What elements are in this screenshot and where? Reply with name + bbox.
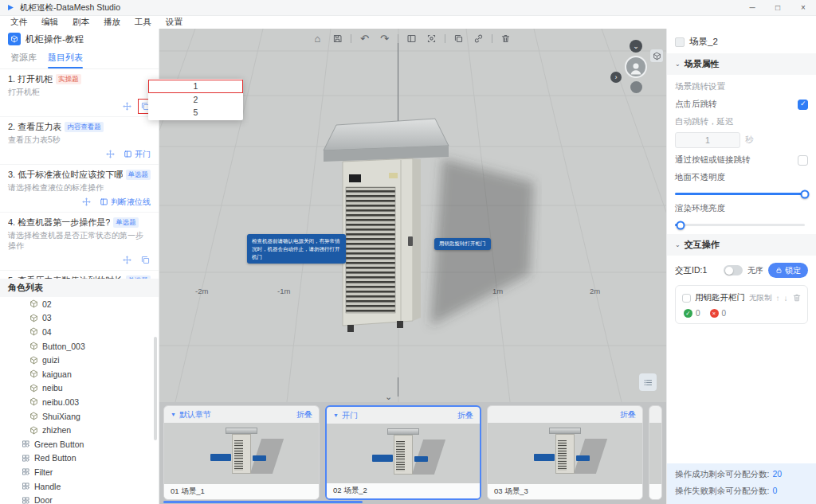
role-item[interactable]: Handle [0, 479, 159, 494]
success-count: ✓ 0 [684, 309, 700, 318]
avatar-secondary[interactable] [630, 81, 642, 93]
menu-play[interactable]: 播放 [96, 17, 128, 28]
save-icon[interactable] [331, 32, 344, 45]
object-cube-icon [29, 299, 38, 308]
scene-thumbnail[interactable] [488, 423, 642, 484]
question-item[interactable]: 1. 打开机柜 实操题 打开机柜 [0, 69, 159, 117]
popup-option[interactable]: 5 [148, 106, 243, 119]
role-item[interactable]: Filter [0, 465, 159, 479]
tab-question-list[interactable]: 题目列表 [42, 48, 88, 68]
auto-jump-label: 自动跳转，延迟 [675, 116, 734, 127]
chapter-name[interactable]: 默认章节 [179, 409, 211, 420]
delay-options-popup: 1 2 5 [148, 79, 243, 120]
cabinet-3d-model[interactable] [319, 104, 542, 343]
trash-icon[interactable] [792, 293, 802, 303]
role-item[interactable]: neibu [0, 381, 159, 396]
scene-card[interactable]: 折叠 03 场景_3 [487, 405, 643, 500]
interaction-card[interactable]: 用钥匙开柜门 无限制 ↑ ↓ ✓ 0 × 0 [675, 285, 808, 324]
role-item[interactable]: neibu.003 [0, 395, 159, 409]
maximize-icon[interactable]: □ [765, 0, 790, 15]
click-jump-checkbox[interactable] [798, 100, 808, 110]
trash-icon[interactable] [499, 32, 512, 45]
move-icon[interactable] [81, 197, 92, 207]
triangle-down-icon[interactable]: ▼ [333, 412, 339, 418]
interaction-checkbox[interactable] [682, 294, 691, 303]
role-item[interactable]: kaiguan [0, 367, 159, 381]
scene-thumbnail[interactable] [327, 424, 480, 483]
capture-icon[interactable] [425, 32, 438, 45]
order-toggle[interactable] [724, 265, 743, 275]
collapse-button[interactable]: 折叠 [457, 410, 473, 421]
home-icon[interactable]: ⌂ [311, 32, 324, 45]
collapse-avatars-icon[interactable]: ⌄ [630, 40, 642, 53]
question-item[interactable]: 2. 查看压力表 内容查看题 查看压力表5秒 开门 [0, 117, 159, 165]
triangle-down-icon[interactable]: ▼ [171, 412, 176, 417]
annotation-billboard[interactable]: 用钥匙旋转打开柜门 [434, 238, 491, 250]
question-item[interactable]: 3. 低于标准液位时应该按下哪个按钮? 单选题 请选择检查液位的标准操作 判断液… [0, 165, 159, 213]
slider-thumb[interactable] [801, 189, 810, 198]
ground-opacity-slider[interactable] [675, 193, 805, 195]
role-list-header[interactable]: 角色列表 [0, 279, 159, 297]
chevron-down-icon[interactable]: ⌄ [385, 392, 392, 402]
collapse-button[interactable]: 折叠 [620, 409, 636, 420]
role-item[interactable]: 03 [0, 311, 159, 326]
role-item[interactable]: ShuiXiang [0, 409, 159, 424]
menu-tools[interactable]: 工具 [128, 17, 159, 28]
question-type-badge: 单选题 [113, 217, 139, 228]
duplicate-icon[interactable] [140, 255, 151, 265]
move-icon[interactable] [122, 255, 132, 265]
section-interactions[interactable]: ⌄ 交互操作 [667, 234, 816, 256]
role-item[interactable]: guizi [0, 353, 159, 367]
question-item[interactable]: 5. 查看压力表数值达到的时长是多少? 单选题 [0, 271, 159, 279]
object-cube-icon [29, 384, 38, 393]
scrollbar[interactable] [154, 337, 157, 440]
move-icon[interactable] [122, 101, 132, 111]
menu-settings[interactable]: 设置 [159, 17, 190, 28]
close-icon[interactable]: × [790, 0, 816, 15]
slider-thumb[interactable] [676, 221, 685, 229]
delay-input[interactable] [675, 132, 740, 148]
scene-card-partial[interactable] [649, 405, 662, 500]
chapter-name[interactable]: 开门 [342, 410, 358, 421]
link-jump-checkbox[interactable] [798, 155, 808, 166]
view-gizmo-icon[interactable] [650, 49, 663, 62]
move-icon[interactable] [105, 149, 116, 159]
redo-icon[interactable]: ↷ [378, 32, 391, 45]
y-axis-line-lower [398, 377, 398, 397]
move-up-icon[interactable]: ↑ [776, 294, 780, 303]
scene-link[interactable]: 开门 [124, 149, 151, 160]
avatar[interactable] [625, 56, 647, 78]
role-item[interactable]: Door [0, 493, 159, 504]
tab-resource-library[interactable]: 资源库 [5, 48, 42, 68]
expand-icon[interactable]: › [610, 72, 622, 83]
menu-script[interactable]: 剧本 [65, 17, 96, 28]
role-item[interactable]: Green Button [0, 437, 159, 451]
lock-button[interactable]: 锁定 [768, 263, 808, 278]
collapse-button[interactable]: 折叠 [296, 409, 312, 420]
section-scene-properties[interactable]: ⌄ 场景属性 [667, 53, 816, 75]
timeline-scrollbar[interactable] [163, 501, 363, 503]
undo-icon[interactable]: ↶ [358, 32, 371, 45]
popup-option[interactable]: 2 [148, 93, 243, 107]
menu-edit[interactable]: 编辑 [34, 17, 65, 28]
scene-thumbnail[interactable] [164, 423, 319, 484]
link-icon[interactable] [472, 32, 485, 45]
minimize-icon[interactable]: ─ [740, 0, 765, 15]
scene-card-selected[interactable]: ▼ 开门 折叠 02 场景_2 [325, 405, 481, 500]
role-item[interactable]: 04 [0, 325, 159, 339]
move-down-icon[interactable]: ↓ [784, 294, 788, 303]
layers-menu-icon[interactable] [639, 373, 657, 391]
role-item[interactable]: zhizhen [0, 423, 159, 437]
role-item[interactable]: Button_003 [0, 339, 159, 354]
role-item[interactable]: Red Button [0, 451, 159, 466]
role-item[interactable]: 02 [0, 297, 159, 311]
question-item[interactable]: 4. 检查机器第一步操作是? 单选题 请选择检查机器是否正常状态的第一步操作 [0, 213, 159, 271]
scene-link[interactable]: 判断液位线 [100, 197, 151, 208]
annotation-billboard[interactable]: 检查机器前请确认电源关闭，有异常情况时，机器会自动停止，请勿强行打开机门 [247, 234, 346, 264]
env-brightness-slider[interactable] [675, 224, 805, 226]
menu-file[interactable]: 文件 [3, 17, 34, 28]
scene-card[interactable]: ▼ 默认章节 折叠 01 场景_1 [163, 405, 320, 500]
add-scene-icon[interactable] [405, 32, 418, 45]
copy-icon[interactable] [452, 32, 465, 45]
popup-option-highlighted[interactable]: 1 [148, 80, 243, 93]
